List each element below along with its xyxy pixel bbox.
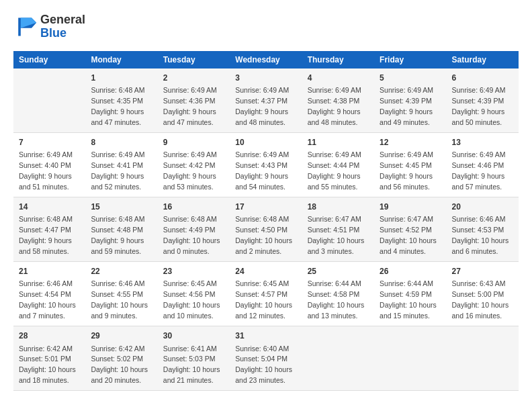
sunrise: Sunrise: 6:49 AM	[452, 150, 506, 158]
sunset: Sunset: 4:39 PM	[380, 97, 432, 105]
daylight: Daylight: 9 hours and 57 minutes.	[452, 172, 505, 191]
day-number: 21	[19, 266, 80, 277]
daylight: Daylight: 10 hours and 9 minutes.	[91, 301, 148, 320]
sunrise: Sunrise: 6:41 AM	[163, 345, 217, 353]
day-number: 13	[452, 137, 513, 148]
sunrise: Sunrise: 6:46 AM	[452, 215, 506, 223]
sunset: Sunset: 4:41 PM	[91, 161, 143, 169]
sunset: Sunset: 4:36 PM	[163, 97, 216, 105]
sunrise: Sunrise: 6:45 AM	[163, 279, 217, 287]
daylight: Daylight: 10 hours and 7 minutes.	[19, 301, 76, 320]
day-cell	[374, 326, 446, 391]
sunrise: Sunrise: 6:42 AM	[19, 345, 73, 353]
day-cell: 17Sunrise: 6:48 AMSunset: 4:50 PMDayligh…	[230, 197, 302, 261]
day-header-monday: Monday	[85, 51, 157, 68]
daylight: Daylight: 10 hours and 3 minutes.	[308, 236, 365, 255]
day-cell: 24Sunrise: 6:45 AMSunset: 4:57 PMDayligh…	[230, 262, 302, 326]
logo-icon	[13, 15, 38, 39]
sunset: Sunset: 4:46 PM	[452, 161, 504, 169]
day-cell: 14Sunrise: 6:48 AMSunset: 4:47 PMDayligh…	[13, 197, 85, 261]
logo-line1: General	[40, 13, 85, 27]
sunrise: Sunrise: 6:49 AM	[308, 86, 361, 94]
day-number: 23	[163, 266, 224, 277]
day-cell: 2Sunrise: 6:49 AMSunset: 4:36 PMDaylight…	[158, 68, 230, 133]
sunrise: Sunrise: 6:49 AM	[380, 86, 433, 94]
day-number: 31	[235, 330, 296, 342]
day-number: 29	[91, 330, 152, 342]
sunset: Sunset: 4:45 PM	[380, 161, 432, 169]
day-cell: 7Sunrise: 6:49 AMSunset: 4:40 PMDaylight…	[13, 132, 85, 197]
sunset: Sunset: 4:35 PM	[91, 97, 143, 105]
logo-text: General Blue	[40, 13, 85, 40]
sunset: Sunset: 4:55 PM	[91, 290, 143, 298]
day-cell: 26Sunrise: 6:44 AMSunset: 4:59 PMDayligh…	[374, 262, 446, 326]
day-cell: 5Sunrise: 6:49 AMSunset: 4:39 PMDaylight…	[374, 68, 446, 133]
day-number: 2	[163, 73, 224, 84]
day-number: 14	[19, 201, 80, 213]
week-row-3: 14Sunrise: 6:48 AMSunset: 4:47 PMDayligh…	[13, 197, 519, 261]
week-row-4: 21Sunrise: 6:46 AMSunset: 4:54 PMDayligh…	[13, 262, 519, 326]
sunset: Sunset: 4:38 PM	[308, 97, 360, 105]
day-cell: 25Sunrise: 6:44 AMSunset: 4:58 PMDayligh…	[302, 262, 374, 326]
daylight: Daylight: 9 hours and 49 minutes.	[380, 107, 433, 126]
sunrise: Sunrise: 6:49 AM	[235, 86, 289, 94]
day-number: 18	[308, 201, 369, 213]
day-cell: 13Sunrise: 6:49 AMSunset: 4:46 PMDayligh…	[447, 132, 519, 197]
day-cell: 16Sunrise: 6:48 AMSunset: 4:49 PMDayligh…	[158, 197, 230, 261]
sunrise: Sunrise: 6:44 AM	[308, 279, 361, 287]
sunset: Sunset: 4:54 PM	[19, 290, 71, 298]
day-cell: 4Sunrise: 6:49 AMSunset: 4:38 PMDaylight…	[302, 68, 374, 133]
day-cell: 20Sunrise: 6:46 AMSunset: 4:53 PMDayligh…	[447, 197, 519, 261]
sunset: Sunset: 5:00 PM	[452, 290, 504, 298]
sunrise: Sunrise: 6:48 AM	[91, 86, 144, 94]
day-header-sunday: Sunday	[13, 51, 85, 68]
day-number: 10	[235, 137, 296, 148]
day-number: 30	[163, 330, 224, 342]
daylight: Daylight: 10 hours and 16 minutes.	[452, 301, 509, 320]
day-number: 27	[452, 266, 513, 277]
day-number: 28	[19, 330, 80, 342]
daylight: Daylight: 10 hours and 18 minutes.	[19, 365, 76, 384]
sunset: Sunset: 4:49 PM	[163, 226, 216, 234]
day-header-wednesday: Wednesday	[230, 51, 302, 68]
daylight: Daylight: 9 hours and 47 minutes.	[163, 107, 216, 126]
day-header-thursday: Thursday	[302, 51, 374, 68]
day-cell: 10Sunrise: 6:49 AMSunset: 4:43 PMDayligh…	[230, 132, 302, 197]
day-cell: 23Sunrise: 6:45 AMSunset: 4:56 PMDayligh…	[158, 262, 230, 326]
sunrise: Sunrise: 6:49 AM	[235, 150, 289, 158]
daylight: Daylight: 9 hours and 56 minutes.	[380, 172, 433, 191]
day-number: 25	[308, 266, 369, 277]
day-number: 7	[19, 137, 80, 148]
daylight: Daylight: 10 hours and 6 minutes.	[452, 236, 509, 255]
day-cell: 28Sunrise: 6:42 AMSunset: 5:01 PMDayligh…	[13, 326, 85, 391]
day-cell: 19Sunrise: 6:47 AMSunset: 4:52 PMDayligh…	[374, 197, 446, 261]
day-cell: 12Sunrise: 6:49 AMSunset: 4:45 PMDayligh…	[374, 132, 446, 197]
sunset: Sunset: 4:51 PM	[308, 226, 360, 234]
daylight: Daylight: 9 hours and 59 minutes.	[91, 236, 144, 255]
week-row-2: 7Sunrise: 6:49 AMSunset: 4:40 PMDaylight…	[13, 132, 519, 197]
sunrise: Sunrise: 6:42 AM	[91, 345, 144, 353]
daylight: Daylight: 10 hours and 2 minutes.	[235, 236, 292, 255]
day-number: 19	[380, 201, 441, 213]
day-number: 15	[91, 201, 152, 213]
day-header-tuesday: Tuesday	[158, 51, 230, 68]
day-number: 1	[91, 73, 152, 84]
daylight: Daylight: 9 hours and 50 minutes.	[452, 107, 505, 126]
sunset: Sunset: 5:04 PM	[235, 355, 287, 363]
day-number: 11	[308, 137, 369, 148]
logo-line2: Blue	[40, 27, 85, 40]
sunset: Sunset: 4:52 PM	[380, 226, 432, 234]
calendar-table: SundayMondayTuesdayWednesdayThursdayFrid…	[13, 51, 519, 392]
sunset: Sunset: 4:59 PM	[380, 290, 432, 298]
day-header-friday: Friday	[374, 51, 446, 68]
sunset: Sunset: 4:39 PM	[452, 97, 504, 105]
day-cell: 11Sunrise: 6:49 AMSunset: 4:44 PMDayligh…	[302, 132, 374, 197]
day-number: 17	[235, 201, 296, 213]
sunrise: Sunrise: 6:49 AM	[19, 150, 73, 158]
sunset: Sunset: 4:53 PM	[452, 226, 504, 234]
sunset: Sunset: 4:48 PM	[91, 226, 143, 234]
day-cell: 18Sunrise: 6:47 AMSunset: 4:51 PMDayligh…	[302, 197, 374, 261]
day-number: 9	[163, 137, 224, 148]
sunrise: Sunrise: 6:46 AM	[91, 279, 144, 287]
sunset: Sunset: 4:50 PM	[235, 226, 287, 234]
